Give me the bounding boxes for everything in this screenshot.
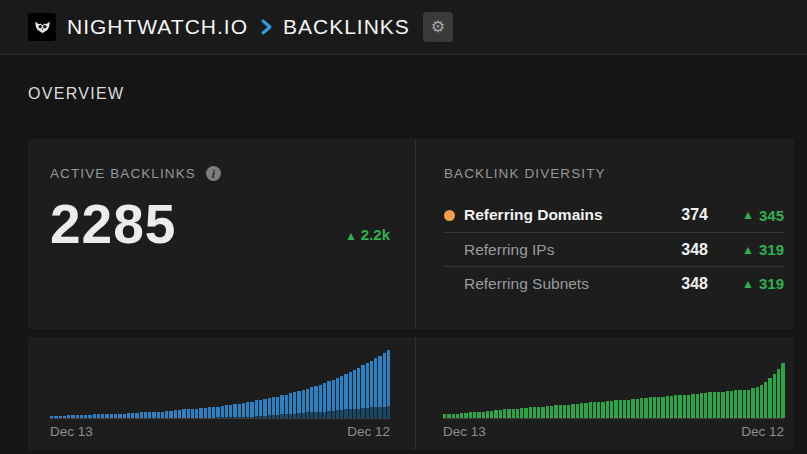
chart-bar[interactable]	[773, 374, 776, 418]
chart-bar[interactable]	[486, 411, 489, 418]
chart-bar[interactable]	[165, 411, 168, 418]
brand-name[interactable]: NIGHTWATCH.IO	[67, 15, 248, 39]
chart-bar[interactable]	[781, 363, 784, 418]
chart-bar[interactable]	[204, 408, 207, 418]
chart-bar[interactable]	[524, 408, 527, 418]
chart-bar[interactable]	[554, 405, 557, 418]
chart-bar[interactable]	[114, 414, 117, 418]
chart-bar[interactable]	[477, 412, 480, 418]
chart-bar[interactable]	[319, 385, 322, 418]
chart-bar[interactable]	[678, 395, 681, 418]
chart-bar[interactable]	[708, 392, 711, 418]
chart-bar[interactable]	[216, 407, 219, 418]
chart-bar[interactable]	[512, 409, 515, 418]
chart-bar[interactable]	[123, 414, 126, 418]
chart-bar[interactable]	[610, 401, 613, 418]
chart-bar[interactable]	[314, 386, 317, 418]
chart-bar[interactable]	[619, 400, 622, 418]
chart-bar[interactable]	[157, 412, 160, 418]
chart-bar[interactable]	[490, 411, 493, 418]
chart-bar[interactable]	[460, 413, 463, 418]
chart-bar[interactable]	[306, 389, 309, 418]
chart-bar[interactable]	[469, 412, 472, 418]
chart-bar[interactable]	[717, 392, 720, 418]
chart-bar[interactable]	[760, 385, 763, 418]
chart-bar[interactable]	[751, 388, 754, 418]
chart-bar[interactable]	[276, 397, 279, 418]
chart-bar[interactable]	[700, 393, 703, 418]
chart-bar[interactable]	[473, 412, 476, 418]
chart-bar[interactable]	[507, 409, 510, 418]
chart-bar[interactable]	[546, 406, 549, 418]
chart-bar[interactable]	[135, 413, 138, 418]
chart-bar[interactable]	[71, 415, 74, 418]
chart-bar[interactable]	[631, 399, 634, 418]
chart-bar[interactable]	[84, 415, 87, 418]
chart-bar[interactable]	[246, 402, 249, 418]
chart-bar[interactable]	[494, 410, 497, 418]
chart-bar[interactable]	[212, 407, 215, 418]
chart-bar[interactable]	[777, 369, 780, 418]
chart-bar[interactable]	[97, 414, 100, 418]
chart-bar[interactable]	[696, 394, 699, 418]
chart-bar[interactable]	[584, 403, 587, 418]
chart-bar[interactable]	[653, 397, 656, 418]
chart-bar[interactable]	[721, 392, 724, 418]
diversity-row-referring-subnets[interactable]: Referring Subnets 348 ▲319	[444, 266, 784, 300]
chart-bar[interactable]	[268, 398, 271, 418]
chart-bar[interactable]	[541, 407, 544, 418]
chart-bar[interactable]	[76, 415, 79, 418]
chart-bar[interactable]	[370, 361, 373, 418]
chart-bar[interactable]	[54, 416, 57, 418]
chart-bar[interactable]	[140, 412, 143, 418]
chart-bar[interactable]	[344, 374, 347, 418]
chart-bar[interactable]	[593, 402, 596, 418]
diversity-row-referring-ips[interactable]: Referring IPs 348 ▲319	[444, 232, 784, 266]
chart-bar[interactable]	[88, 415, 91, 418]
chart-bar[interactable]	[666, 396, 669, 418]
chart-bar[interactable]	[280, 395, 283, 418]
chart-bar[interactable]	[80, 415, 83, 418]
chart-bar[interactable]	[366, 363, 369, 418]
chart-bar[interactable]	[567, 405, 570, 418]
chart-bar[interactable]	[178, 410, 181, 418]
diversity-row-referring-domains[interactable]: Referring Domains 374 ▲345	[444, 198, 784, 232]
chart-bar[interactable]	[601, 402, 604, 418]
chart-bar[interactable]	[191, 409, 194, 418]
chart-bar[interactable]	[272, 397, 275, 418]
chart-bar[interactable]	[67, 415, 70, 418]
chart-bar[interactable]	[336, 378, 339, 418]
chart-bar[interactable]	[747, 390, 750, 418]
chart-bar[interactable]	[657, 397, 660, 418]
chart-bar[interactable]	[661, 397, 664, 418]
chart-bar[interactable]	[482, 412, 485, 418]
backlinks-trend-chart[interactable]	[50, 347, 390, 419]
chart-bar[interactable]	[131, 413, 134, 418]
chart-bar[interactable]	[293, 392, 296, 418]
chart-bar[interactable]	[332, 380, 335, 418]
chart-bar[interactable]	[614, 400, 617, 418]
chart-bar[interactable]	[182, 409, 185, 418]
chart-bar[interactable]	[503, 409, 506, 418]
chart-bar[interactable]	[187, 409, 190, 418]
chart-bar[interactable]	[289, 393, 292, 418]
chart-bar[interactable]	[63, 416, 66, 418]
chart-bar[interactable]	[644, 398, 647, 418]
chart-bar[interactable]	[563, 405, 566, 418]
chart-bar[interactable]	[499, 410, 502, 418]
chart-bar[interactable]	[743, 390, 746, 418]
chart-bar[interactable]	[383, 353, 386, 418]
chart-bar[interactable]	[387, 350, 390, 418]
chart-bar[interactable]	[327, 381, 330, 418]
chart-bar[interactable]	[310, 387, 313, 418]
chart-bar[interactable]	[199, 408, 202, 418]
chart-bar[interactable]	[597, 402, 600, 418]
chart-bar[interactable]	[195, 409, 198, 418]
chart-bar[interactable]	[353, 370, 356, 418]
chart-bar[interactable]	[242, 403, 245, 418]
chart-bar[interactable]	[606, 401, 609, 418]
chart-bar[interactable]	[144, 412, 147, 418]
chart-bar[interactable]	[464, 413, 467, 418]
chart-bar[interactable]	[250, 402, 253, 418]
chart-bar[interactable]	[148, 412, 151, 418]
